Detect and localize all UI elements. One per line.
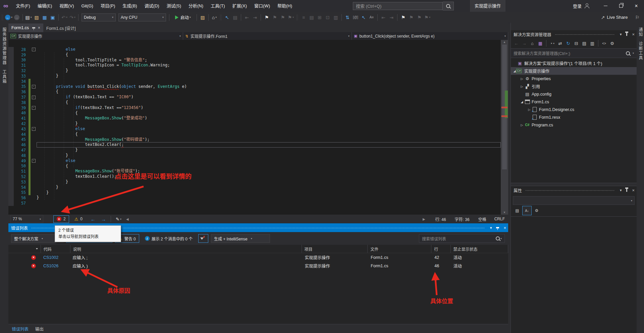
- collapse-all-icon[interactable]: ⊟: [572, 39, 580, 47]
- fold-margin[interactable]: [31, 73, 37, 79]
- alphabetical-icon[interactable]: A↓: [522, 206, 532, 215]
- code-line[interactable]: 54 }: [8, 185, 501, 190]
- redo-icon[interactable]: ↷▾: [69, 13, 76, 21]
- pending-changes-filter-icon[interactable]: ◔▾: [548, 39, 556, 47]
- pin-icon[interactable]: [32, 27, 35, 29]
- fold-margin[interactable]: [31, 201, 37, 206]
- fold-margin[interactable]: [31, 153, 37, 158]
- tool-window-tab[interactable]: 输出: [32, 326, 47, 332]
- breakpoint-margin[interactable]: [8, 169, 14, 174]
- sync-with-active-document-icon[interactable]: ⇄: [556, 39, 564, 47]
- tree-item[interactable]: ▷▞引用: [511, 82, 637, 90]
- next-bookmark-icon[interactable]: ⚑: [279, 13, 286, 21]
- error-list-search-box[interactable]: 搜索错误列表 ▾: [419, 234, 505, 243]
- breakpoint-margin[interactable]: [8, 100, 14, 105]
- fold-margin[interactable]: [31, 137, 37, 143]
- breadcrumb-section[interactable]: ▣button1_Click(object sender, EventArgs …: [352, 32, 508, 40]
- side-tab[interactable]: 服务器资源管理器: [1, 27, 7, 65]
- fold-margin[interactable]: [31, 79, 37, 84]
- fold-margin[interactable]: [31, 52, 37, 58]
- code-line[interactable]: 48 }: [8, 153, 501, 158]
- fold-margin[interactable]: [31, 100, 37, 105]
- property-pages-icon[interactable]: ⚙: [532, 206, 541, 215]
- live-share-button[interactable]: ↗ Live Share ⚐: [601, 15, 639, 20]
- menu-item[interactable]: 文件(F): [12, 0, 34, 12]
- code-line[interactable]: 53 }: [8, 179, 501, 185]
- pin-icon[interactable]: [496, 227, 499, 228]
- side-tab[interactable]: 通知: [638, 27, 643, 37]
- breakpoint-margin[interactable]: [8, 116, 14, 121]
- scroll-up-icon[interactable]: ▲: [501, 41, 508, 44]
- fold-margin[interactable]: [31, 148, 37, 153]
- fold-margin[interactable]: [31, 116, 37, 121]
- code-line[interactable]: 49- else: [8, 158, 501, 164]
- fold-margin[interactable]: [31, 185, 37, 190]
- code-line[interactable]: 57: [8, 201, 501, 206]
- code-line[interactable]: 38 {: [8, 100, 501, 105]
- new-project-icon[interactable]: ▤▾: [25, 13, 32, 21]
- class-hierarchy-icon[interactable]: ⊞: [316, 13, 323, 21]
- fold-margin[interactable]: [31, 190, 37, 196]
- breakpoint-margin[interactable]: [8, 89, 14, 95]
- code-metrics-icon[interactable]: ▥: [332, 13, 339, 21]
- collapse-icon[interactable]: -: [32, 96, 36, 99]
- breakpoint-margin[interactable]: [8, 137, 14, 143]
- collapse-icon[interactable]: -: [32, 106, 36, 110]
- breakpoint-margin[interactable]: [8, 79, 14, 84]
- zoom-combo[interactable]: 77 % ▾: [10, 215, 43, 223]
- text-case-icon[interactable]: A≡: [368, 13, 375, 21]
- breakpoint-margin[interactable]: [8, 185, 14, 190]
- forward-icon[interactable]: →: [520, 39, 528, 47]
- breakpoint-margin[interactable]: [8, 52, 14, 58]
- select-control-icon[interactable]: ↖: [223, 13, 231, 21]
- menu-item[interactable]: 调试(D): [141, 0, 163, 12]
- restore-button[interactable]: [613, 0, 629, 12]
- code-line[interactable]: 37- if (textBox1.Text == "IC00"): [8, 95, 501, 100]
- editor-vertical-scrollbar[interactable]: ▲ ▼: [501, 40, 508, 215]
- code-editor[interactable]: 28- else29 {30 tool.ToolTipTitle = "警告信息…: [8, 40, 501, 215]
- code-line[interactable]: 36 {: [8, 89, 501, 95]
- warning-count-button[interactable]: ⚠ 0: [72, 216, 85, 223]
- fold-margin[interactable]: [31, 63, 37, 68]
- solution-explorer-title-bar[interactable]: 解决方案资源管理器 ▾ ×: [511, 30, 637, 38]
- solution-configurations-combo[interactable]: Debug▾: [82, 13, 116, 21]
- fold-margin[interactable]: -: [31, 47, 37, 52]
- source-filter-combo[interactable]: 生成 + IntelliSense ▾: [211, 234, 270, 243]
- icon-column-header[interactable]: [8, 245, 41, 253]
- document-tab[interactable]: Form1.cs [设计]: [43, 23, 79, 32]
- menu-item[interactable]: 生成(B): [119, 0, 141, 12]
- line-ending[interactable]: CRLF: [494, 217, 505, 221]
- minimize-button[interactable]: [598, 0, 613, 12]
- fold-margin[interactable]: [31, 169, 37, 174]
- code-line[interactable]: 46 textBox2.Clear(;: [8, 142, 501, 148]
- breakpoint-margin[interactable]: [8, 95, 14, 100]
- code-line[interactable]: 47 }: [8, 148, 501, 153]
- next-bookmark-folder-icon[interactable]: ⚑: [416, 13, 423, 21]
- toolbar-grip[interactable]: [296, 14, 298, 20]
- breakpoint-margin[interactable]: [8, 142, 14, 148]
- fold-margin[interactable]: -: [31, 95, 37, 100]
- breakpoint-margin[interactable]: [8, 68, 14, 73]
- save-all-icon[interactable]: ▣: [49, 13, 56, 21]
- fold-margin[interactable]: [31, 58, 37, 63]
- properties-title-bar[interactable]: 属性 ▾ ×: [511, 186, 637, 194]
- code-line[interactable]: 30 tool.ToolTipTitle = "警告信息";: [8, 58, 501, 63]
- select-pointer-icon[interactable]: ↖: [360, 13, 367, 21]
- tree-item[interactable]: ▷⚙Properties: [511, 75, 637, 82]
- properties-window-icon[interactable]: ⚙: [608, 39, 616, 47]
- tree-item[interactable]: ▷C#Program.cs: [511, 121, 637, 129]
- fold-margin[interactable]: -: [31, 126, 37, 132]
- menu-item[interactable]: 工具(T): [207, 0, 229, 12]
- toggle-bookmark-icon[interactable]: ⚑: [263, 13, 270, 21]
- solution-platforms-combo[interactable]: Any CPU▾: [118, 13, 166, 21]
- solution-explorer-search-box[interactable]: 搜索解决方案资源管理器(Ctrl+;) ▾: [511, 49, 637, 58]
- clear-bookmark-folder-icon[interactable]: ⚑▾: [424, 13, 431, 21]
- document-outline-icon[interactable]: ▤: [308, 13, 315, 21]
- increase-indent-icon[interactable]: ⇥: [251, 13, 259, 21]
- pin-icon[interactable]: [626, 33, 627, 36]
- code-line[interactable]: 40 {: [8, 111, 501, 116]
- breadcrumb-section[interactable]: ↯实现提示操作.Form1▾: [183, 32, 352, 40]
- fold-margin[interactable]: [31, 195, 37, 201]
- code-line[interactable]: 33 }: [8, 73, 501, 79]
- fold-margin[interactable]: [31, 89, 37, 95]
